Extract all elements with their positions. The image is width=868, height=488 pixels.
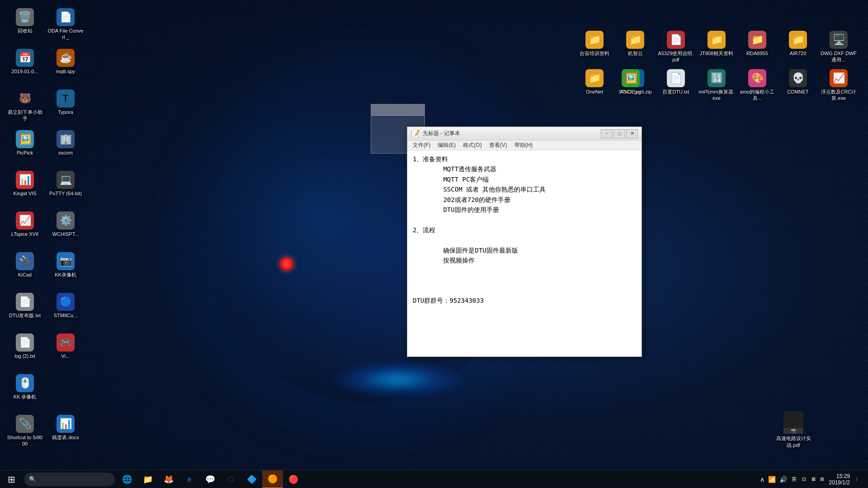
start-button[interactable]: ⊞ (0, 470, 23, 488)
desktop-icon-kk-camera[interactable]: 📷 KK录像机 (45, 249, 86, 288)
desktop-icon-date[interactable]: 📅 2019-01-0... (5, 46, 45, 85)
desktop-icon-floating-crc[interactable]: 📈 浮点数及CRC计算.exe (818, 66, 859, 104)
taskbar-apps: 🌐 📁 🦊 e 💬 ⬡ 🔷 🟠 🔴 (117, 470, 304, 488)
bg-window-titlebar (371, 104, 425, 116)
desktop-icon-putty[interactable]: 💻 PuTTY (64-bit) (45, 168, 86, 207)
notepad-menu-view[interactable]: 查看(V) (486, 141, 511, 150)
cursor (280, 258, 293, 270)
notepad-window: 📝 无标题 - 记事本 － □ ✕ 文件(F) 编辑(E) 格式(O) 查看(V… (407, 127, 642, 357)
clock-time: 15:29 (836, 473, 850, 479)
desktop-icon-recycle-bin[interactable]: 🗑️ 回收站 (5, 5, 45, 44)
notepad-menu-file[interactable]: 文件(F) (409, 141, 434, 150)
desktop-icon-rda8955[interactable]: 📁 RDA8955 (737, 28, 778, 66)
search-icon: 🔍 (29, 476, 36, 483)
notepad-maximize-button[interactable]: □ (613, 129, 625, 138)
desktop-icon-kk-keymouse[interactable]: 🖱️ KK 录像机 (5, 371, 45, 410)
right-icons-row1: 📁 合宙培训资料 📁 机智云 📄 A5329使用说明.pdf 📁 JT808相关… (574, 27, 859, 67)
desktop-left-icons: 🗑️ 回收站 📄 ODA File Convert _ 📅 2019-01-0.… (0, 0, 90, 456)
taskbar-app-chat[interactable]: 💬 (200, 470, 221, 488)
notepad-app-icon: 📝 (411, 129, 420, 138)
taskbar-app-unknown[interactable]: 🔷 (241, 470, 262, 488)
taskbar-app-red[interactable]: 🔴 (283, 470, 304, 488)
notepad-menu-format[interactable]: 格式(O) (459, 141, 485, 150)
tray-network-icon[interactable]: 📶 (767, 476, 777, 483)
desktop-icon-oda-convert[interactable]: 📄 ODA File Convert _ (45, 5, 86, 44)
taskbar-app-firefox[interactable]: 🦊 (158, 470, 179, 488)
tray-other1[interactable]: ⊡ (802, 476, 806, 482)
desktop-icon-sscom[interactable]: 🏢 sscom (45, 127, 86, 166)
system-tray: ∧ 📶 🔊 英 ⊡ ⊠ ⊞ (759, 476, 825, 483)
tray-volume-icon[interactable]: 🔊 (778, 476, 788, 483)
clock-date: 2019/1/2 (829, 479, 850, 486)
taskbar-app-orange[interactable]: 🟠 (262, 470, 283, 488)
right-icons-row2: 🔢 mil与mm换算器.exe 🎨 amo的编程小工具... 💀 COMNET … (696, 66, 859, 105)
right-icons-ascii: 🖼️ ASCII.jpg (610, 66, 651, 99)
notepad-minimize-button[interactable]: － (601, 129, 613, 138)
desktop-icon-jt808[interactable]: 📁 JT808相关资料 (696, 28, 737, 66)
taskbar-tray: ∧ 📶 🔊 英 ⊡ ⊠ ⊞ 15:29 2019/1/2 | (755, 470, 868, 488)
desktop-icon-picpick[interactable]: 🖼️ PicPick (5, 127, 45, 166)
taskbar-app-edge[interactable]: 🌐 (117, 470, 137, 488)
globe-glow (330, 361, 466, 398)
desktop-icon-mqtt-spy[interactable]: ☕ mqtt-spy (45, 46, 86, 85)
desktop-icon-amo[interactable]: 🎨 amo的编程小工具... (737, 66, 778, 104)
desktop-icon-stm8cu[interactable]: 🔵 STM8Cu... (45, 290, 86, 329)
desktop-icon-air720[interactable]: 📁 AIR720 (778, 28, 818, 66)
notepad-titlebar[interactable]: 📝 无标题 - 记事本 － □ ✕ (407, 127, 642, 141)
notepad-title: 无标题 - 记事本 (423, 130, 601, 137)
desktop-icon-ascii[interactable]: 🖼️ ASCII.jpg (610, 66, 651, 98)
notepad-menu-help[interactable]: 帮助(H) (511, 141, 537, 150)
desktop-icon-vice[interactable]: 🎮 Vi... (45, 331, 86, 370)
desktop-icon-shortcut-si9000[interactable]: 📎 Shortcut to Si9000 (5, 412, 45, 451)
tray-other3[interactable]: ⊞ (820, 476, 824, 482)
taskbar-clock[interactable]: 15:29 2019/1/2 (829, 473, 850, 486)
tray-arrow-icon[interactable]: ∧ (759, 476, 765, 483)
desktop-icon-high-speed-pcb[interactable]: 📸 高速电路设计实战.pdf (773, 408, 814, 451)
notepad-close-button[interactable]: ✕ (626, 129, 638, 138)
taskbar-app-explorer[interactable]: 📁 (137, 470, 158, 488)
taskbar-app-vs[interactable]: ⬡ (221, 470, 241, 488)
taskbar: ⊞ 🔍 🌐 📁 🦊 e 💬 ⬡ 🔷 🟠 🔴 ∧ 📶 🔊 英 ⊡ ⊠ ⊞ 15:2… (0, 470, 868, 488)
show-desktop-button[interactable]: | (850, 470, 863, 488)
notepad-window-controls: － □ ✕ (601, 129, 638, 138)
desktop-icon-dwg-dxf[interactable]: 🖥️ DWG DXF DWF通用... (818, 28, 859, 66)
desktop-icon-onenet[interactable]: 📁 OneNet (574, 66, 615, 98)
notepad-menubar: 文件(F) 编辑(E) 格式(O) 查看(V) 帮助(H) (407, 141, 642, 150)
desktop: 🗑️ 回收站 📄 ODA File Convert _ 📅 2019-01-0.… (0, 0, 868, 488)
desktop-icon-typora[interactable]: T Typora (45, 87, 86, 126)
desktop-icon-a5329[interactable]: 📄 A5329使用说明.pdf (656, 28, 696, 66)
desktop-icon-easytrader[interactable]: 🐻 易立刻下单小助手 (5, 87, 45, 126)
desktop-icon-kicad[interactable]: 🔌 KiCad (5, 249, 45, 288)
tray-other2[interactable]: ⊠ (811, 476, 816, 482)
desktop-icon-ltspice[interactable]: 📈 LTspice XVII (5, 209, 45, 248)
notepad-menu-edit[interactable]: 编辑(E) (434, 141, 459, 150)
desktop-icon-dtu-publish[interactable]: 📄 DTU发布版.txt (5, 290, 45, 329)
taskbar-app-ie[interactable]: e (179, 470, 200, 488)
desktop-icon-training[interactable]: 📁 合宙培训资料 (574, 28, 615, 66)
desktop-icon-spreadsheet[interactable]: 📊 稿度表.docx (45, 412, 86, 451)
desktop-icon-log2[interactable]: 📄 log (2).txt (5, 331, 45, 370)
desktop-icon-wchispt[interactable]: ⚙️ WCHISPT... (45, 209, 86, 248)
desktop-icon-kingst[interactable]: 📊 Kingst VIS (5, 168, 45, 207)
tray-input-method[interactable]: 英 (792, 476, 797, 483)
bottom-right-icons: 📸 高速电路设计实战.pdf (773, 408, 814, 452)
taskbar-search[interactable]: 🔍 (24, 473, 115, 486)
desktop-icon-milmm[interactable]: 🔢 mil与mm换算器.exe (696, 66, 737, 104)
desktop-icon-comnet[interactable]: 💀 COMNET (778, 66, 818, 104)
desktop-icon-baidu-dtu[interactable]: 📄 百度DTU.txt (656, 66, 696, 98)
desktop-icon-jizhi[interactable]: 📁 机智云 (615, 28, 656, 66)
notepad-text-content[interactable]: 1、准备资料 MQTT透传服务武器 MQTT PC客户端 SSCOM 或者 其他… (407, 150, 642, 357)
